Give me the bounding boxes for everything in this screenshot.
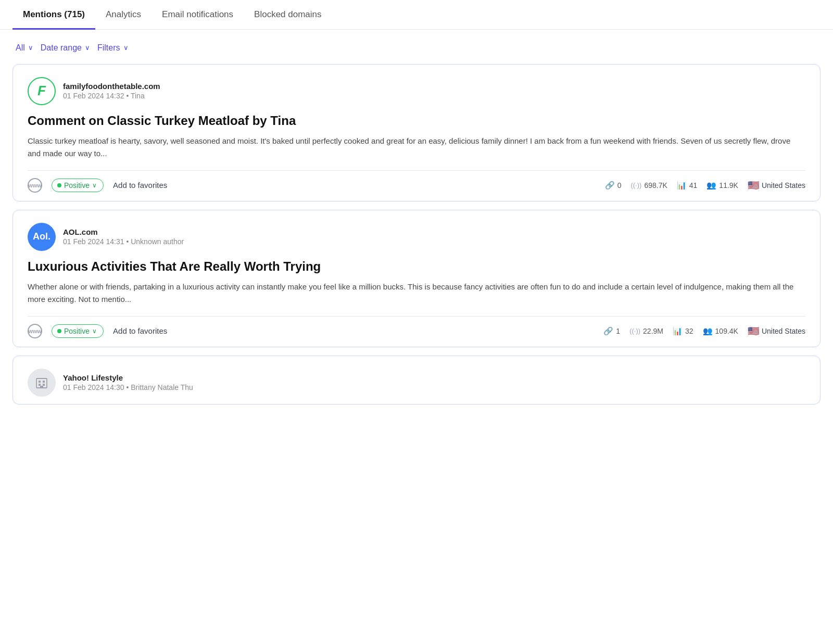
add-to-favorites-button[interactable]: Add to favorites bbox=[113, 181, 167, 190]
country-label: United States bbox=[762, 327, 805, 335]
sentiment-chevron-icon: ∨ bbox=[92, 327, 97, 335]
tab-blocked-domains[interactable]: Blocked domains bbox=[244, 0, 332, 30]
filter-all-label: All bbox=[16, 43, 25, 53]
www-icon: www bbox=[28, 324, 42, 338]
sentiment-dot bbox=[57, 329, 61, 333]
chevron-down-icon: ∨ bbox=[123, 44, 129, 52]
card-title: Luxurious Activities That Are Really Wor… bbox=[28, 258, 805, 274]
reach-value: 698.7K bbox=[644, 181, 667, 190]
link-icon: 🔗 bbox=[603, 326, 613, 336]
avatar bbox=[28, 369, 56, 397]
chevron-down-icon: ∨ bbox=[85, 44, 90, 52]
reach-value: 22.9M bbox=[643, 327, 663, 335]
sentiment-badge[interactable]: Positive ∨ bbox=[52, 324, 104, 338]
svg-rect-5 bbox=[40, 386, 43, 388]
card-title: Comment on Classic Turkey Meatloaf by Ti… bbox=[28, 112, 805, 129]
mention-card: Yahoo! Lifestyle01 Feb 2024 14:30 • Brit… bbox=[12, 356, 821, 405]
card-stats: 🔗1((·))22.9M📊32👥109.4K🇺🇸United States bbox=[603, 325, 805, 337]
interactions-icon: 📊 bbox=[677, 181, 687, 190]
sentiment-label: Positive bbox=[64, 327, 90, 335]
add-to-favorites-button[interactable]: Add to favorites bbox=[113, 326, 167, 335]
card-header: Ffamilyfoodonthetable.com01 Feb 2024 14:… bbox=[28, 77, 805, 105]
filter-date-range-label: Date range bbox=[41, 43, 82, 53]
stat-audience: 👥109.4K bbox=[703, 326, 738, 336]
reach-icon: ((·)) bbox=[629, 327, 640, 335]
filter-filters-button[interactable]: Filters∨ bbox=[96, 41, 130, 55]
avatar: Aol. bbox=[28, 223, 56, 251]
stat-interactions: 📊41 bbox=[677, 181, 698, 190]
interactions-value: 32 bbox=[685, 327, 693, 335]
audience-value: 11.9K bbox=[719, 181, 738, 190]
links-count: 1 bbox=[616, 327, 620, 335]
svg-rect-1 bbox=[39, 381, 41, 383]
card-domain: Yahoo! Lifestyle bbox=[63, 373, 193, 382]
interactions-icon: 📊 bbox=[673, 326, 683, 336]
www-icon: www bbox=[28, 178, 42, 193]
sentiment-chevron-icon: ∨ bbox=[92, 182, 97, 189]
card-footer: wwwPositive ∨Add to favorites🔗0((·))698.… bbox=[28, 170, 805, 201]
flag-icon: 🇺🇸 bbox=[748, 325, 759, 337]
mention-card: Ffamilyfoodonthetable.com01 Feb 2024 14:… bbox=[12, 64, 821, 201]
tab-email-notifications[interactable]: Email notifications bbox=[152, 0, 244, 30]
chevron-down-icon: ∨ bbox=[28, 44, 33, 52]
tabs-bar: Mentions (715)AnalyticsEmail notificatio… bbox=[0, 0, 833, 30]
country-label: United States bbox=[762, 181, 805, 190]
filter-date-range-button[interactable]: Date range∨ bbox=[40, 41, 91, 55]
sentiment-dot bbox=[57, 183, 61, 187]
stat-interactions: 📊32 bbox=[673, 326, 693, 336]
stat-links: 🔗0 bbox=[605, 181, 622, 190]
audience-icon: 👥 bbox=[703, 326, 713, 336]
card-domain: familyfoodonthetable.com bbox=[63, 82, 160, 91]
flag-icon: 🇺🇸 bbox=[748, 180, 759, 191]
svg-rect-4 bbox=[43, 384, 45, 386]
card-excerpt: Classic turkey meatloaf is hearty, savor… bbox=[28, 135, 805, 160]
interactions-value: 41 bbox=[689, 181, 698, 190]
cards-container: Ffamilyfoodonthetable.com01 Feb 2024 14:… bbox=[0, 64, 833, 417]
sentiment-label: Positive bbox=[64, 181, 90, 190]
svg-rect-3 bbox=[39, 384, 41, 386]
card-date-author: 01 Feb 2024 14:31 • Unknown author bbox=[63, 237, 184, 246]
stat-country: 🇺🇸United States bbox=[748, 180, 805, 191]
sentiment-badge[interactable]: Positive ∨ bbox=[52, 179, 104, 192]
links-count: 0 bbox=[617, 181, 622, 190]
card-date-author: 01 Feb 2024 14:32 • Tina bbox=[63, 92, 160, 100]
filters-bar: All∨Date range∨Filters∨ bbox=[0, 30, 833, 64]
mention-card: Aol.AOL.com01 Feb 2024 14:31 • Unknown a… bbox=[12, 210, 821, 347]
stat-reach: ((·))698.7K bbox=[630, 181, 667, 190]
card-date-author: 01 Feb 2024 14:30 • Brittany Natale Thu bbox=[63, 383, 193, 392]
reach-icon: ((·)) bbox=[630, 181, 641, 189]
filter-filters-label: Filters bbox=[97, 43, 120, 53]
tab-analytics[interactable]: Analytics bbox=[95, 0, 152, 30]
card-domain: AOL.com bbox=[63, 228, 184, 236]
card-footer: wwwPositive ∨Add to favorites🔗1((·))22.9… bbox=[28, 316, 805, 347]
audience-value: 109.4K bbox=[715, 327, 738, 335]
audience-icon: 👥 bbox=[706, 181, 716, 190]
tab-mentions[interactable]: Mentions (715) bbox=[12, 0, 95, 30]
card-header: Aol.AOL.com01 Feb 2024 14:31 • Unknown a… bbox=[28, 223, 805, 251]
stat-reach: ((·))22.9M bbox=[629, 327, 663, 335]
stat-country: 🇺🇸United States bbox=[748, 325, 805, 337]
card-stats: 🔗0((·))698.7K📊41👥11.9K🇺🇸United States bbox=[605, 180, 805, 191]
svg-rect-2 bbox=[43, 381, 45, 383]
link-icon: 🔗 bbox=[605, 181, 615, 190]
stat-audience: 👥11.9K bbox=[706, 181, 738, 190]
filter-all-button[interactable]: All∨ bbox=[15, 41, 34, 55]
card-meta: AOL.com01 Feb 2024 14:31 • Unknown autho… bbox=[63, 228, 184, 246]
card-meta: familyfoodonthetable.com01 Feb 2024 14:3… bbox=[63, 82, 160, 100]
stat-links: 🔗1 bbox=[603, 326, 620, 336]
avatar: F bbox=[28, 77, 56, 105]
card-excerpt: Whether alone or with friends, partaking… bbox=[28, 281, 805, 306]
card-meta: Yahoo! Lifestyle01 Feb 2024 14:30 • Brit… bbox=[63, 373, 193, 392]
card-header: Yahoo! Lifestyle01 Feb 2024 14:30 • Brit… bbox=[28, 369, 805, 397]
